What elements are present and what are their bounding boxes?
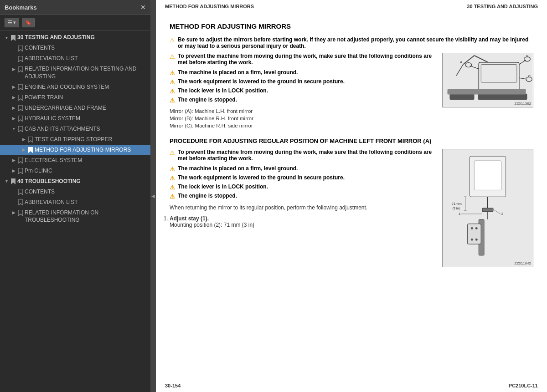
condition-text: The lock lever is in LOCK position. xyxy=(178,87,268,94)
spacer xyxy=(10,188,17,196)
sidebar-item-method-mirrors[interactable]: ▶ METHOD FOR ADJUSTING MIRRORS xyxy=(0,145,150,155)
bookmark-icon xyxy=(17,66,24,73)
condition-text: The machine is placed on a firm, level g… xyxy=(178,165,298,172)
sidebar-title: Bookmarks xyxy=(5,4,37,11)
sidebar-item-troubleshooting[interactable]: ▾ 40 TROUBLESHOOTING xyxy=(0,176,150,187)
svg-marker-10 xyxy=(28,147,33,153)
bookmark-icon xyxy=(10,178,16,185)
proc-condition-item: ⚠ The work equipment is lowered to the g… xyxy=(170,174,433,182)
svg-marker-7 xyxy=(18,116,23,122)
sidebar-item-undercarriage[interactable]: ▶ UNDERCARRIAGE AND FRAME xyxy=(0,103,150,113)
expand-icon[interactable]: ▶ xyxy=(10,84,17,91)
bookmark-icon xyxy=(17,168,24,175)
sidebar-item-label: ELECTRICAL SYSTEM xyxy=(24,157,148,164)
sidebar-toolbar: ☰ ▾ 🔖 xyxy=(0,15,150,31)
sidebar-item-label: CONTENTS xyxy=(24,44,148,52)
collapse-handle[interactable]: ◀ xyxy=(150,0,156,392)
expand-icon[interactable]: ▾ xyxy=(10,126,17,133)
mirror-label-a: Mirror (A): Machine L.H. front mirror xyxy=(170,108,433,114)
bookmark-view-button[interactable]: 🔖 xyxy=(22,18,35,27)
svg-point-50 xyxy=(475,227,478,229)
sidebar-item-pm-clinic[interactable]: ▶ Pm CLINIC xyxy=(0,166,150,176)
sidebar-item-hydraulic[interactable]: ▶ HYDRAULIC SYSTEM xyxy=(0,113,150,124)
svg-marker-2 xyxy=(18,56,23,62)
content-right-2: 71mm {3 in} 1 2 xyxy=(442,149,533,267)
step-item: Adjust stay (1). Mounting position (2): … xyxy=(170,215,433,228)
condition-text: The engine is stopped. xyxy=(178,97,237,103)
warning-icon: ⚠ xyxy=(170,97,175,104)
list-view-button[interactable]: ☰ ▾ xyxy=(5,18,19,27)
svg-rect-37 xyxy=(474,161,501,190)
warning-icon: ⚠ xyxy=(170,193,175,200)
bookmark-icon xyxy=(17,157,24,164)
condition-text: The work equipment is lowered to the gro… xyxy=(178,78,345,85)
condition-item: ⚠ The engine is stopped. xyxy=(170,97,433,104)
sidebar-item-label: Pm CLINIC xyxy=(24,167,148,175)
sidebar-item-cab[interactable]: ▾ CAB AND ITS ATTACHMENTS xyxy=(0,124,150,134)
sidebar-item-abbrev-1[interactable]: ABBREVIATION LIST xyxy=(0,53,150,64)
condition-item: ⚠ The lock lever is in LOCK position. xyxy=(170,87,433,95)
condition-text: The engine is stopped. xyxy=(178,193,237,199)
svg-text:71mm: 71mm xyxy=(452,202,462,206)
diagram-2: 71mm {3 in} 1 2 xyxy=(442,149,533,267)
bookmark-icon xyxy=(17,115,24,122)
sidebar-item-testing-adjusting[interactable]: ▾ 30 TESTING AND ADJUSTING xyxy=(0,32,150,43)
svg-marker-12 xyxy=(18,168,23,174)
close-button[interactable]: ✕ xyxy=(140,4,146,11)
expand-icon[interactable]: ▶ xyxy=(10,209,17,217)
proc-warning-text: To prevent the machine from moving durin… xyxy=(178,149,433,162)
expand-icon[interactable]: ▶ xyxy=(10,66,17,73)
proc-conditions-list: ⚠ The machine is placed on a firm, level… xyxy=(170,165,433,200)
condition-text: The lock lever is in LOCK position. xyxy=(178,183,268,190)
sidebar-item-electrical[interactable]: ▶ ELECTRICAL SYSTEM xyxy=(0,155,150,166)
sidebar-tree: ▾ 30 TESTING AND ADJUSTING CONTENTS ABBR… xyxy=(0,31,150,392)
doc-body: METHOD FOR ADJUSTING MIRRORS ⚠ Be sure t… xyxy=(156,13,547,379)
doc-header: METHOD FOR ADJUSTING MIRRORS 30 TESTING … xyxy=(156,0,547,13)
sidebar-item-contents-2[interactable]: CONTENTS xyxy=(0,187,150,197)
svg-rect-47 xyxy=(467,224,481,244)
sidebar-item-power-train[interactable]: ▶ POWER TRAIN xyxy=(0,92,150,103)
doc-header-left: METHOD FOR ADJUSTING MIRRORS xyxy=(165,4,254,9)
svg-marker-16 xyxy=(18,210,23,216)
svg-rect-30 xyxy=(449,94,474,100)
sidebar-header: Bookmarks ✕ xyxy=(0,0,150,15)
bookmark-icon xyxy=(17,94,24,102)
sidebar-item-engine[interactable]: ▶ ENGINE AND COOLING SYSTEM xyxy=(0,82,150,92)
sidebar-item-abbrev-2[interactable]: ABBREVIATION LIST xyxy=(0,197,150,208)
sidebar-item-contents-1[interactable]: CONTENTS xyxy=(0,43,150,53)
sidebar-item-label: ENGINE AND COOLING SYSTEM xyxy=(24,83,148,91)
list-icon: ☰ xyxy=(8,20,12,25)
expand-icon[interactable]: ▶ xyxy=(20,136,27,143)
sidebar-item-test-cab[interactable]: ▶ TEST CAB TIPPING STOPPER xyxy=(0,134,150,145)
diagram-2-label: ZZ011045 xyxy=(515,261,531,265)
sidebar-item-label: UNDERCARRIAGE AND FRAME xyxy=(24,104,148,112)
bookmark-icon xyxy=(17,209,24,217)
expand-icon[interactable]: ▶ xyxy=(20,147,27,154)
step-1-sub: Mounting position (2): 71 mm {3 in} xyxy=(170,222,254,228)
svg-text:B: B xyxy=(526,54,529,58)
expand-icon[interactable]: ▶ xyxy=(10,157,17,164)
warning-icon: ⚠ xyxy=(170,166,175,173)
content-left-2: ⚠ To prevent the machine from moving dur… xyxy=(170,149,433,267)
sidebar-item-related-trouble[interactable]: ▶ RELATED INFORMATION ON TROUBLESHOOTING xyxy=(0,208,150,226)
steps-list: Adjust stay (1). Mounting position (2): … xyxy=(170,215,433,228)
bookmark-icon xyxy=(17,45,24,52)
procedure-title: PROCEDURE FOR ADJUSTING REGULAR POSITION… xyxy=(170,137,533,144)
expand-icon[interactable]: ▶ xyxy=(10,168,17,175)
sidebar-item-label: METHOD FOR ADJUSTING MIRRORS xyxy=(34,146,148,154)
main-content: METHOD FOR ADJUSTING MIRRORS 30 TESTING … xyxy=(156,0,547,392)
proc-condition-item: ⚠ The engine is stopped. xyxy=(170,193,433,200)
sidebar-item-label: TEST CAB TIPPING STOPPER xyxy=(34,136,148,143)
expand-icon[interactable]: ▶ xyxy=(10,94,17,102)
expand-icon[interactable]: ▾ xyxy=(3,178,10,185)
spacer xyxy=(10,199,17,206)
bookmark-icon: 🔖 xyxy=(25,20,31,25)
expand-icon[interactable]: ▶ xyxy=(10,105,17,112)
sidebar-item-related-testing[interactable]: ▶ RELATED INFORMATION ON TESTING AND ADJ… xyxy=(0,64,150,82)
expand-icon[interactable]: ▾ xyxy=(3,34,10,41)
step-1-text: Adjust stay (1). xyxy=(170,215,209,222)
proc-warning-block: ⚠ To prevent the machine from moving dur… xyxy=(170,149,433,162)
doc-footer-left: 30-154 xyxy=(165,383,181,388)
expand-icon[interactable]: ▶ xyxy=(10,115,17,122)
svg-rect-39 xyxy=(482,208,493,212)
